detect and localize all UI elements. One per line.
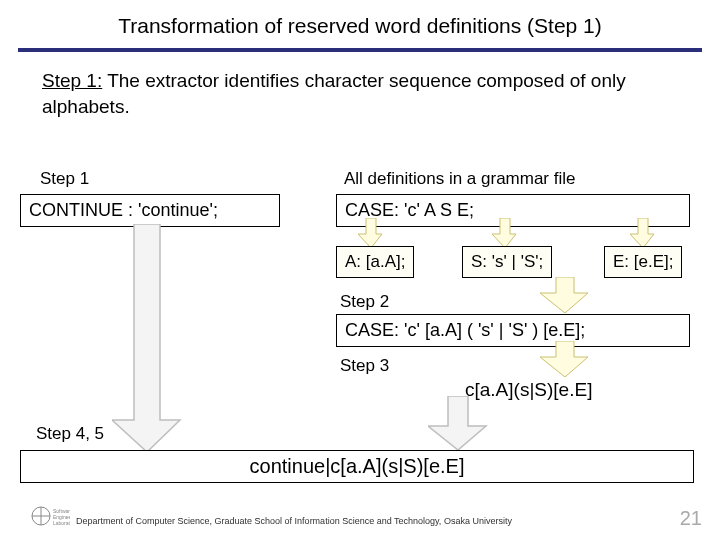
slide-title: Transformation of reserved word definiti… — [0, 0, 720, 44]
title-divider — [18, 48, 702, 52]
footer-affiliation: Department of Computer Science, Graduate… — [76, 516, 512, 526]
box-continue-definition: CONTINUE : 'continue'; — [20, 194, 280, 227]
arrow-down-icon — [540, 341, 590, 377]
box-rule-s: S: 's' | 'S'; — [462, 246, 552, 278]
page-number: 21 — [680, 507, 702, 530]
arrow-down-icon — [540, 277, 590, 313]
arrow-down-icon — [630, 218, 656, 248]
svg-text:Laboratory: Laboratory — [53, 520, 70, 526]
label-step-4-5: Step 4, 5 — [36, 424, 104, 444]
subtitle-rest: The extractor identifies character seque… — [42, 70, 626, 117]
label-step-1: Step 1 — [40, 169, 89, 189]
arrow-down-icon — [492, 218, 518, 248]
label-step-3: Step 3 — [340, 356, 389, 376]
box-final-regex: continue|c[a.A](s|S)[e.E] — [20, 450, 694, 483]
arrow-down-icon — [428, 396, 488, 454]
arrow-down-long-icon — [112, 224, 182, 456]
logo-icon: Software Engineering Laboratory — [30, 502, 70, 530]
subtitle: Step 1: The extractor identifies charact… — [0, 62, 720, 123]
label-step-2: Step 2 — [340, 292, 389, 312]
box-rule-e: E: [e.E]; — [604, 246, 682, 278]
box-case-expanded: CASE: 'c' [a.A] ( 's' | 'S' ) [e.E]; — [336, 314, 690, 347]
box-rule-a: A: [a.A]; — [336, 246, 414, 278]
label-all-definitions: All definitions in a grammar file — [344, 169, 575, 189]
arrow-down-icon — [358, 218, 384, 248]
subtitle-step: Step 1: — [42, 70, 102, 91]
